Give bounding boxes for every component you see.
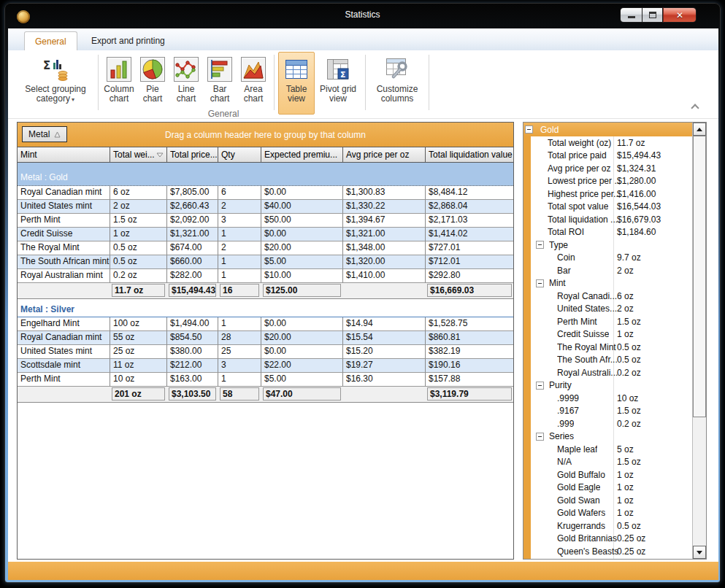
column-header-avg-price-per-oz[interactable]: Avg price per oz bbox=[343, 147, 426, 163]
tree-row-gold-kangaroos[interactable]: Gold Kangaroos0.2 oz bbox=[523, 558, 692, 560]
table-row[interactable]: Royal Canadian mint55 oz$854.5028$20.00$… bbox=[18, 331, 513, 345]
table-cell: Scottsdale mint bbox=[18, 359, 110, 373]
tree-row-avg-price-per-oz[interactable]: Avg price per oz$1,324.31 bbox=[523, 162, 692, 175]
maximize-button[interactable] bbox=[642, 7, 663, 23]
tree-row-total-price-paid[interactable]: Total price paid$15,494.43 bbox=[523, 150, 692, 163]
table-cell: $190.16 bbox=[426, 359, 514, 373]
table-row[interactable]: Perth Mint10 oz$163.001$5.00$16.30$157.8… bbox=[18, 373, 513, 387]
tree-row-total-weight-oz[interactable]: Total weight (oz)11.7 oz bbox=[523, 136, 692, 150]
group-summary-row: 201 oz$3,103.5058$47.00$3,119.79 bbox=[18, 387, 513, 403]
table-row[interactable]: United States mint25 oz$380.0025$0.00$15… bbox=[18, 345, 513, 359]
tree-group-header-gold[interactable]: Gold bbox=[523, 123, 692, 136]
tree-row-value: 2 oz bbox=[617, 303, 634, 314]
tree-row-9999[interactable]: .999910 oz bbox=[523, 392, 692, 405]
sidebar-scrollbar[interactable] bbox=[692, 123, 706, 559]
tree-row-the-south-afr[interactable]: The South Afr...0.5 oz bbox=[523, 354, 692, 367]
tree-row-royal-canadi[interactable]: Royal Canadi...6 oz bbox=[523, 290, 692, 303]
table-row[interactable]: The South African mint0.5 oz$660.001$5.0… bbox=[18, 255, 513, 269]
collapse-minus-icon[interactable] bbox=[536, 279, 544, 287]
tree-row-royal-australi[interactable]: Royal Australi...0.2 oz bbox=[523, 366, 692, 379]
pie-chart-button[interactable]: Pie chart bbox=[136, 52, 169, 115]
column-header-expected-premiu[interactable]: Expected premiu... bbox=[261, 147, 343, 163]
tree-row-gold-wafers[interactable]: Gold Wafers1 oz bbox=[523, 507, 692, 520]
tree-row-value: 0.5 oz bbox=[617, 342, 641, 352]
tree-row-mint[interactable]: Mint bbox=[523, 277, 692, 290]
tree-row-999[interactable]: .9990.2 oz bbox=[523, 417, 692, 430]
pivot-grid-view-button[interactable]: ΣPivot grid view bbox=[315, 52, 361, 115]
tree-row-gold-swan[interactable]: Gold Swan1 oz bbox=[523, 494, 692, 507]
tree-row-label: Highest price per... bbox=[548, 189, 621, 199]
summary-cell: $47.00 bbox=[261, 387, 343, 402]
tree-row-perth-mint[interactable]: Perth Mint1.5 oz bbox=[523, 315, 692, 328]
tree-row-the-royal-mint[interactable]: The Royal Mint0.5 oz bbox=[523, 341, 692, 354]
column-header-total-liquidation-value[interactable]: Total liquidation value bbox=[426, 147, 514, 163]
line-chart-icon bbox=[174, 55, 199, 83]
table-row[interactable]: United States mint2 oz$2,660.432$40.00$1… bbox=[18, 200, 513, 214]
scroll-down-button[interactable] bbox=[693, 546, 706, 559]
table-row[interactable]: The Royal Mint0.5 oz$674.002$20.00$1,348… bbox=[18, 241, 513, 255]
table-cell: $10.00 bbox=[261, 269, 343, 283]
area-chart-button[interactable]: Area chart bbox=[237, 52, 270, 115]
tree-row-gold-buffalo[interactable]: Gold Buffalo1 oz bbox=[523, 468, 692, 481]
tree-row-gold-britannias[interactable]: Gold Britannias0.25 oz bbox=[523, 533, 692, 546]
table-cell: The South African mint bbox=[18, 255, 110, 269]
main-content: Drag a column header here to group by th… bbox=[8, 119, 718, 561]
tree-row-maple-leaf[interactable]: Maple leaf5 oz bbox=[523, 443, 692, 456]
tree-row-total-liquidation[interactable]: Total liquidation ...$16,679.03 bbox=[523, 213, 692, 226]
tree-row-credit-suisse[interactable]: Credit Suisse1 oz bbox=[523, 328, 692, 341]
tree-row-krugerrands[interactable]: Krugerrands0.5 oz bbox=[523, 519, 692, 533]
table-cell: $2,171.03 bbox=[426, 214, 514, 228]
customize-columns-button[interactable]: Customize columns bbox=[369, 52, 425, 115]
tree-row-value: 1 oz bbox=[617, 508, 634, 518]
tree-row-highest-price-per[interactable]: Highest price per...$1,416.00 bbox=[523, 187, 692, 201]
column-header-total-price[interactable]: Total price... bbox=[167, 147, 218, 163]
collapse-minus-icon[interactable] bbox=[536, 382, 544, 390]
scrollbar-thumb[interactable] bbox=[693, 136, 706, 417]
tree-row-total-spot-value[interactable]: Total spot value$16,544.03 bbox=[523, 201, 692, 214]
collapse-minus-icon[interactable] bbox=[536, 241, 544, 249]
scroll-up-button[interactable] bbox=[693, 123, 706, 136]
tree-row-queen-s-beasts[interactable]: Queen's Beasts0.25 oz bbox=[523, 545, 692, 558]
select-grouping-category-button[interactable]: ΣSelect grouping category ▾ bbox=[17, 52, 94, 115]
table-cell: $0.00 bbox=[261, 186, 343, 200]
group-row-silver[interactable]: Metal : Silver bbox=[18, 299, 513, 317]
column-header-total-wei[interactable]: Total wei... bbox=[110, 147, 167, 163]
table-view-button[interactable]: Table view bbox=[278, 52, 315, 115]
tree-row-purity[interactable]: Purity bbox=[523, 379, 692, 392]
tree-row-bar[interactable]: Bar2 oz bbox=[523, 264, 692, 277]
tree-row-lowest-price-per[interactable]: Lowest price per ...$1,280.00 bbox=[523, 175, 692, 188]
group-chip-metal[interactable]: Metal bbox=[22, 126, 67, 142]
tree-row-value: $1,416.00 bbox=[617, 189, 656, 199]
column-header-mint[interactable]: Mint bbox=[18, 147, 110, 163]
minimize-button[interactable] bbox=[620, 7, 642, 23]
collapse-minus-icon[interactable] bbox=[536, 433, 544, 441]
table-row[interactable]: Royal Australian mint0.2 oz$282.001$10.0… bbox=[18, 269, 513, 283]
column-chart-button[interactable]: Column chart bbox=[102, 52, 136, 115]
tree-row-series[interactable]: Series bbox=[523, 430, 692, 444]
table-cell: 55 oz bbox=[110, 331, 167, 345]
tree-row-9167[interactable]: .91671.5 oz bbox=[523, 405, 692, 418]
column-header-qty[interactable]: Qty bbox=[218, 147, 261, 163]
group-by-bar[interactable]: Drag a column header here to group by th… bbox=[18, 123, 513, 147]
summary-value-box: $125.00 bbox=[263, 284, 341, 297]
table-row[interactable]: Credit Suisse1 oz$1,321.001$0.00$1,321.0… bbox=[18, 228, 513, 241]
tab-export-and-printing[interactable]: Export and printing bbox=[81, 31, 175, 50]
tree-row-gold-eagle[interactable]: Gold Eagle1 oz bbox=[523, 481, 692, 495]
tree-row-total-roi[interactable]: Total ROI$1,184.60 bbox=[523, 226, 692, 239]
table-row[interactable]: Royal Canadian mint6 oz$7,805.006$0.00$1… bbox=[18, 186, 513, 200]
group-row-gold[interactable]: Metal : Gold bbox=[18, 163, 513, 186]
tree-row-n-a[interactable]: N/A1.5 oz bbox=[523, 456, 692, 469]
filter-icon[interactable] bbox=[156, 152, 164, 162]
table-row[interactable]: Engelhard Mint100 oz$1,494.001$0.00$14.9… bbox=[18, 317, 513, 331]
line-chart-button[interactable]: Line chart bbox=[169, 52, 203, 115]
tab-general[interactable]: General bbox=[24, 31, 77, 50]
tree-row-united-states[interactable]: United States...2 oz bbox=[523, 303, 692, 316]
ribbon-collapse-chevron-icon[interactable] bbox=[691, 104, 699, 112]
tree-row-type[interactable]: Type bbox=[523, 239, 692, 252]
tree-row-coin[interactable]: Coin9.7 oz bbox=[523, 252, 692, 265]
close-button[interactable]: ✕ bbox=[663, 7, 697, 23]
table-row[interactable]: Scottsdale mint11 oz$212.003$22.00$19.27… bbox=[18, 359, 513, 373]
bar-chart-button[interactable]: Bar chart bbox=[203, 52, 237, 115]
table-row[interactable]: Perth Mint1.5 oz$2,092.003$50.00$1,394.6… bbox=[18, 214, 513, 228]
collapse-minus-icon[interactable] bbox=[525, 125, 533, 134]
